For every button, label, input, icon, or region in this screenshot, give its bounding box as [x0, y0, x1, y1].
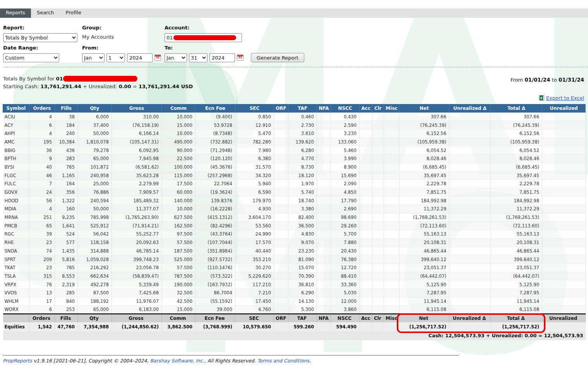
value-cell: 1,059,028: [78, 255, 112, 264]
date-range-select[interactable]: Custom: [3, 53, 59, 62]
value-cell: 42.500: [162, 297, 195, 306]
to-calendar-icon[interactable]: 31: [237, 55, 243, 61]
table-row: RHE23577118,15820,092.6357.500(107.7044)…: [3, 238, 586, 247]
value-cell: 36.810: [288, 280, 317, 289]
to-year-input[interactable]: [209, 53, 235, 62]
value-cell: [317, 230, 331, 239]
from-day-select[interactable]: 1: [106, 53, 125, 62]
value-cell: [384, 230, 399, 239]
value-cell: 307.66: [491, 113, 542, 121]
value-cell: [317, 247, 331, 255]
value-cell: 17: [29, 297, 55, 306]
barshay-link[interactable]: Barshay Software, Inc.: [150, 358, 204, 364]
value-cell: 310.00: [112, 113, 162, 121]
totals-value-cell: 47,760: [55, 323, 78, 331]
table-row: FULC716425,0002,279.9917.50022.70645.940…: [3, 180, 586, 188]
value-cell: 25,000: [78, 180, 112, 188]
value-cell: 46,865.44: [491, 247, 542, 255]
value-cell: (1,769,261.53): [399, 213, 449, 222]
value-cell: 5,125.90: [491, 280, 542, 289]
value-cell: [372, 247, 384, 255]
value-cell: [372, 171, 384, 180]
value-cell: 785: [55, 263, 78, 272]
value-cell: [542, 113, 586, 121]
value-cell: 140.000: [162, 196, 195, 205]
value-cell: 3.860: [331, 306, 360, 314]
symbol-cell: AMC: [3, 138, 29, 146]
value-cell: 7: [29, 180, 55, 188]
value-cell: 60.000: [162, 188, 195, 196]
propreports-link[interactable]: PropReports: [3, 358, 32, 364]
value-cell: (105,959.38): [399, 138, 449, 146]
value-cell: [360, 238, 372, 247]
from-year-input[interactable]: [127, 53, 153, 62]
value-cell: [384, 213, 399, 222]
to-label: To:: [165, 45, 304, 51]
value-cell: 190.000: [162, 280, 195, 289]
value-cell: 6: [29, 306, 55, 314]
value-cell: 15.070: [288, 263, 317, 272]
value-cell: [317, 297, 331, 306]
column-header: TAF: [288, 104, 317, 113]
value-cell: 36: [29, 146, 55, 155]
value-cell: [372, 138, 384, 146]
value-cell: [449, 289, 491, 297]
value-cell: [274, 222, 288, 230]
terms-link[interactable]: Terms and Conditions: [257, 358, 309, 364]
date-range-label: Date Range:: [3, 45, 80, 51]
value-cell: [449, 180, 491, 188]
value-cell: 46,785.14: [112, 247, 162, 255]
value-cell: [542, 138, 586, 146]
symbol-cell: BYSI: [3, 163, 29, 171]
value-cell: 53.9728: [195, 121, 235, 130]
value-cell: 23,051.37: [399, 263, 449, 272]
value-cell: [542, 146, 586, 155]
value-cell: 240: [55, 129, 78, 138]
value-cell: [360, 163, 372, 171]
tab-reports[interactable]: Reports: [0, 9, 31, 18]
value-cell: 283: [55, 154, 78, 163]
table-row: GOVX2435676,8867,909.5760.000(19.3624)6.…: [3, 188, 586, 196]
value-cell: 216,292: [78, 263, 112, 272]
value-cell: (72,113.60): [491, 222, 542, 230]
to-day-select[interactable]: 31: [189, 53, 207, 62]
to-month-select[interactable]: Jan: [165, 53, 187, 62]
value-cell: 240,594: [78, 196, 112, 205]
value-cell: [317, 196, 331, 205]
value-cell: [372, 154, 384, 163]
value-cell: 307.66: [399, 113, 449, 121]
cash-summary-text: Cash: 12,504,573.93 + Unrealized: 0.00 =…: [3, 331, 586, 340]
column-header: Total Δ: [491, 104, 542, 113]
value-cell: 65,000: [78, 306, 112, 314]
value-cell: [317, 205, 331, 214]
value-cell: [360, 280, 372, 289]
tab-bar: Reports Search Profile: [0, 9, 588, 18]
table-row: PMCB651,641525,912(71,914.21)162.500(82.…: [3, 222, 586, 230]
from-calendar-icon[interactable]: 31: [154, 55, 161, 61]
account-input[interactable]: 01: [165, 33, 242, 42]
value-cell: 184,992.98: [399, 196, 449, 205]
tab-search[interactable]: Search: [31, 9, 60, 18]
totals-column-header: Qty: [78, 314, 112, 323]
from-month-select[interactable]: Jan: [82, 53, 105, 62]
value-cell: 3.610: [288, 129, 317, 138]
totals-by-symbol-table: SymbolOrdersFillsQtyGrossCommEcn FeeSECO…: [3, 104, 586, 340]
tab-profile[interactable]: Profile: [60, 9, 87, 18]
value-cell: [384, 255, 399, 264]
totals-label: Equities: [3, 323, 29, 331]
value-cell: 7,425.68: [112, 289, 162, 297]
value-cell: 50,000: [78, 129, 112, 138]
report-type-select[interactable]: Totals By Symbol: [3, 33, 77, 42]
value-cell: 187.500: [162, 247, 195, 255]
totals-value-cell: 3,862.500: [162, 323, 195, 331]
value-cell: 40: [29, 163, 55, 171]
totals-value-cell: (1,256,717.52): [399, 323, 449, 331]
generate-report-button[interactable]: Generate Report: [251, 53, 304, 62]
value-cell: 627.500: [162, 213, 195, 222]
value-cell: 6,115.08: [399, 306, 449, 314]
value-cell: [360, 154, 372, 163]
export-to-excel-link[interactable]: Export to Excel: [546, 95, 584, 101]
value-cell: 86.7004: [195, 289, 235, 297]
value-cell: [274, 121, 288, 130]
totals-value-cell: [317, 323, 331, 331]
